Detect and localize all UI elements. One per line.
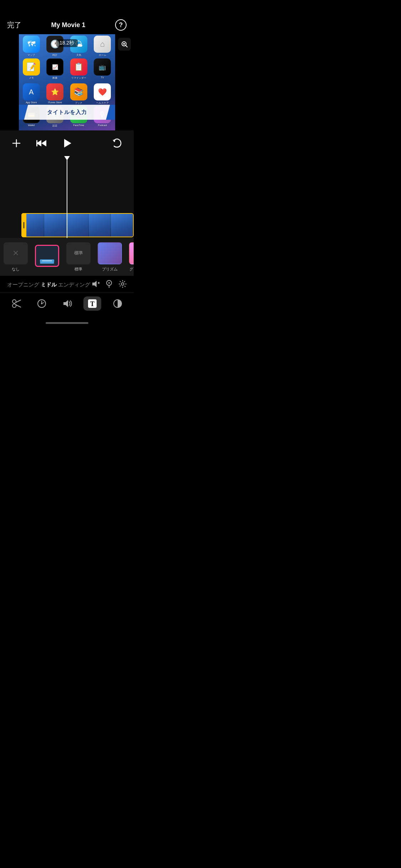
svg-marker-6 bbox=[41, 140, 46, 146]
theme-gravity-label: グラビティー bbox=[129, 267, 134, 272]
tab-opening[interactable]: オープニング bbox=[7, 281, 39, 288]
timestamp-badge: 18.2秒 bbox=[56, 39, 78, 47]
help-button[interactable]: ? bbox=[115, 19, 127, 31]
home-bar bbox=[46, 322, 88, 324]
add-media-button[interactable] bbox=[9, 135, 24, 151]
svg-line-24 bbox=[16, 305, 21, 307]
zoom-button[interactable] bbox=[118, 38, 131, 51]
theme-selected[interactable] bbox=[31, 241, 63, 273]
svg-line-23 bbox=[16, 300, 21, 303]
stripe-right bbox=[106, 105, 115, 120]
theme-none[interactable]: ✕ なし bbox=[0, 241, 31, 273]
clip-frame-2 bbox=[44, 214, 66, 237]
movie-title: My Movie 1 bbox=[51, 21, 85, 29]
svg-rect-8 bbox=[36, 140, 37, 146]
app-health: ❤️ ヘルスケア bbox=[91, 83, 114, 105]
theme-thumb-selected bbox=[35, 245, 59, 267]
playhead-line bbox=[67, 156, 67, 238]
title-overlay-text[interactable]: タイトルを入力 bbox=[47, 109, 87, 116]
clip-strip[interactable] bbox=[21, 213, 134, 237]
playhead-triangle bbox=[64, 156, 70, 160]
title-overlay[interactable]: タイトルを入力 bbox=[19, 105, 115, 120]
svg-marker-27 bbox=[63, 300, 68, 307]
rewind-button[interactable] bbox=[34, 135, 50, 151]
svg-point-26 bbox=[41, 303, 42, 304]
theme-prism-label: プリズム bbox=[102, 267, 118, 272]
theme-picker: ✕ なし 標準 標準 プリズム グラビティー ▷ bbox=[0, 238, 134, 276]
preview-screen: 🗺 マップ 🕐 時計 🌤 天気 ⌂ ホーム 📝 bbox=[19, 34, 115, 130]
play-button[interactable] bbox=[59, 135, 75, 151]
app-itunes: ⭐ iTunes Store bbox=[44, 83, 66, 105]
scissors-tool[interactable] bbox=[7, 299, 25, 309]
filter-tool[interactable] bbox=[109, 299, 127, 309]
volume-tool[interactable] bbox=[58, 299, 76, 309]
done-button[interactable]: 完了 bbox=[7, 20, 21, 30]
theme-standard[interactable]: 標準 標準 bbox=[63, 241, 94, 273]
app-maps: 🗺 マップ bbox=[20, 36, 43, 57]
preview-area: 🗺 マップ 🕐 時計 🌤 天気 ⌂ ホーム 📝 bbox=[0, 34, 134, 130]
svg-text:T: T bbox=[90, 300, 94, 308]
section-tab-icons bbox=[92, 280, 127, 290]
undo-button[interactable] bbox=[109, 135, 125, 151]
app-books: 📚 ブック bbox=[68, 83, 90, 105]
theme-gravity[interactable]: グラビティー bbox=[125, 241, 134, 273]
clip-frame-5 bbox=[111, 214, 133, 237]
header: 完了 My Movie 1 ? bbox=[0, 0, 134, 34]
theme-thumb-prism bbox=[98, 242, 122, 264]
svg-point-20 bbox=[122, 283, 124, 285]
theme-thumb-gravity bbox=[129, 242, 134, 264]
bottom-toolbar: T bbox=[0, 293, 134, 319]
title-tool[interactable]: T bbox=[83, 296, 101, 311]
timeline-area[interactable] bbox=[0, 156, 134, 238]
gear-icon[interactable] bbox=[119, 280, 127, 290]
mute-icon[interactable] bbox=[92, 280, 99, 290]
app-home: ⌂ ホーム bbox=[91, 36, 114, 57]
stripe-left bbox=[19, 105, 28, 120]
theme-none-label: なし bbox=[12, 267, 20, 272]
svg-marker-14 bbox=[92, 281, 97, 287]
theme-thumb-none: ✕ bbox=[4, 242, 28, 264]
app-tv: 📺 TV bbox=[91, 58, 114, 82]
clip-frame-4 bbox=[89, 214, 111, 237]
theme-standard-label: 標準 bbox=[74, 267, 82, 272]
app-reminders: 📋 リマインダー bbox=[68, 58, 90, 82]
svg-point-18 bbox=[108, 282, 110, 284]
playback-controls bbox=[0, 130, 134, 156]
clip-start-handle[interactable] bbox=[21, 213, 26, 237]
section-tabs: オープニング ミドル エンディング bbox=[0, 276, 134, 293]
svg-line-1 bbox=[126, 46, 127, 47]
speed-tool[interactable] bbox=[33, 299, 51, 309]
svg-marker-9 bbox=[64, 139, 71, 148]
clip-frame-3 bbox=[66, 214, 88, 237]
tab-middle[interactable]: ミドル bbox=[41, 281, 57, 288]
pin-icon[interactable] bbox=[106, 280, 112, 290]
app-notes: 📝 メモ bbox=[20, 58, 43, 82]
theme-thumb-standard: 標準 bbox=[66, 242, 91, 264]
tab-ending[interactable]: エンディング bbox=[58, 281, 90, 288]
theme-prism[interactable]: プリズム bbox=[94, 241, 125, 273]
home-indicator bbox=[0, 319, 134, 328]
app-stocks: 📈 株価 bbox=[44, 58, 66, 82]
app-appstore: A App Store bbox=[20, 83, 43, 105]
